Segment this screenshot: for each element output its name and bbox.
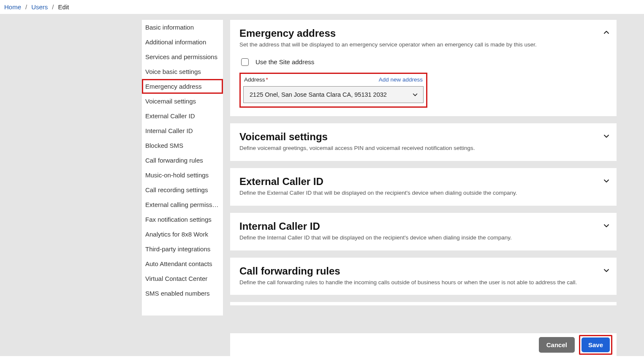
expand-button[interactable]	[602, 177, 611, 185]
add-new-address-link[interactable]: Add new address	[379, 76, 423, 83]
use-site-address-checkbox[interactable]	[241, 58, 249, 66]
workspace: Basic information Additional information…	[0, 14, 644, 356]
section-next-peek	[230, 302, 617, 305]
nav-virtual-contact-center[interactable]: Virtual Contact Center	[142, 271, 223, 286]
breadcrumb-users[interactable]: Users	[31, 3, 48, 11]
address-label: Address*	[244, 76, 268, 83]
nav-basic-information[interactable]: Basic information	[142, 20, 223, 35]
section-nav[interactable]: Basic information Additional information…	[142, 20, 223, 315]
address-block: Address* Add new address 2125 Onel, San …	[239, 73, 427, 108]
nav-services-permissions[interactable]: Services and permissions	[142, 49, 223, 64]
nav-call-recording[interactable]: Call recording settings	[142, 182, 223, 197]
address-select-value: 2125 Onel, San Jose Santa Clara CA, 9513…	[250, 91, 387, 98]
required-indicator: *	[266, 76, 268, 83]
section-desc: Set the address that will be displayed t…	[239, 41, 607, 49]
breadcrumb-sep: /	[25, 3, 27, 11]
address-select[interactable]: 2125 Onel, San Jose Santa Clara CA, 9513…	[243, 86, 424, 103]
breadcrumb-home[interactable]: Home	[4, 3, 21, 11]
section-desc: Define voicemail greetings, voicemail ac…	[239, 144, 607, 152]
section-title: Call forwarding rules	[239, 265, 607, 277]
expand-button[interactable]	[602, 132, 611, 140]
nav-emergency-address[interactable]: Emergency address	[142, 79, 223, 94]
nav-internal-caller-id[interactable]: Internal Caller ID	[142, 123, 223, 138]
breadcrumb-current: Edit	[58, 3, 69, 11]
expand-button[interactable]	[602, 221, 611, 230]
breadcrumb-sep: /	[52, 3, 54, 11]
save-button-highlight: Save	[579, 335, 612, 355]
chevron-down-icon	[603, 267, 610, 274]
nav-third-party-integrations[interactable]: Third-party integrations	[142, 242, 223, 256]
section-title: External Caller ID	[239, 176, 607, 188]
chevron-down-icon	[603, 133, 610, 139]
nav-auto-attendant-contacts[interactable]: Auto Attendant contacts	[142, 256, 223, 271]
nav-additional-information[interactable]: Additional information	[142, 35, 223, 49]
content-pane: Emergency address Set the address that w…	[230, 20, 617, 334]
section-external-caller-id[interactable]: External Caller ID Define the External C…	[230, 168, 617, 206]
section-desc: Define the Internal Caller ID that will …	[239, 234, 607, 242]
collapse-button[interactable]	[602, 28, 611, 37]
nav-blocked-sms[interactable]: Blocked SMS	[142, 138, 223, 153]
section-title: Voicemail settings	[239, 131, 607, 143]
breadcrumb: Home / Users / Edit	[0, 0, 644, 14]
nav-music-on-hold[interactable]: Music-on-hold settings	[142, 168, 223, 182]
expand-button[interactable]	[602, 266, 611, 275]
section-desc: Define the call forwarding rules to hand…	[239, 279, 607, 287]
cancel-button[interactable]: Cancel	[539, 337, 575, 353]
section-desc: Define the External Caller ID that will …	[239, 189, 607, 197]
nav-sms-enabled-numbers[interactable]: SMS enabled numbers	[142, 286, 223, 301]
nav-call-forwarding-rules[interactable]: Call forwarding rules	[142, 153, 223, 168]
nav-external-caller-id[interactable]: External Caller ID	[142, 109, 223, 123]
footer-bar: Cancel Save	[230, 333, 617, 356]
use-site-address-row: Use the Site address	[239, 58, 607, 66]
use-site-address-label: Use the Site address	[255, 58, 314, 65]
section-internal-caller-id[interactable]: Internal Caller ID Define the Internal C…	[230, 213, 617, 250]
chevron-down-icon	[412, 92, 418, 98]
save-button[interactable]: Save	[582, 337, 610, 352]
section-emergency-address: Emergency address Set the address that w…	[230, 20, 617, 116]
chevron-down-icon	[603, 177, 610, 184]
section-call-forwarding[interactable]: Call forwarding rules Define the call fo…	[230, 258, 617, 295]
section-title: Emergency address	[239, 27, 607, 39]
section-title: Internal Caller ID	[239, 220, 607, 232]
nav-voice-basic-settings[interactable]: Voice basic settings	[142, 64, 223, 79]
nav-fax-notification[interactable]: Fax notification settings	[142, 212, 223, 227]
nav-external-calling-perms[interactable]: External calling permissions	[142, 197, 223, 212]
chevron-up-icon	[603, 29, 610, 36]
nav-analytics-8x8[interactable]: Analytics for 8x8 Work	[142, 227, 223, 242]
section-voicemail-settings[interactable]: Voicemail settings Define voicemail gree…	[230, 123, 617, 161]
chevron-down-icon	[603, 222, 610, 229]
nav-voicemail-settings[interactable]: Voicemail settings	[142, 94, 223, 109]
